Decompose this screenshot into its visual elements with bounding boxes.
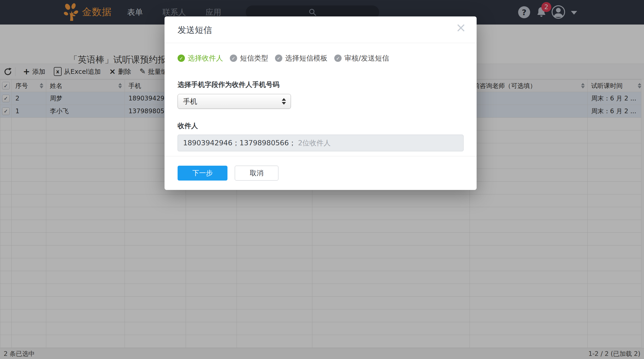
- recipients-value: 18903942946；13798980566；: [183, 138, 296, 148]
- select-value: 手机: [183, 97, 197, 106]
- select-arrows-icon: [282, 98, 286, 105]
- recipients-field[interactable]: 18903942946；13798980566； 2位收件人: [178, 135, 464, 151]
- step-review-send: ✓ 审核/发送短信: [334, 53, 389, 63]
- step-select-template: ✓ 选择短信模板: [275, 53, 327, 63]
- recipients-label: 收件人: [178, 121, 464, 130]
- modal-form: 选择手机字段作为收件人手机号码 手机 收件人 18903942946；13798…: [165, 80, 477, 151]
- check-circle-icon: ✓: [275, 55, 282, 62]
- send-sms-modal: 发送短信 × ✓ 选择收件人 ✓ 短信类型 ✓ 选择短信模板 ✓ 审核/发送短信…: [165, 16, 477, 190]
- modal-footer: 下一步 取消: [165, 156, 477, 190]
- wizard-steps: ✓ 选择收件人 ✓ 短信类型 ✓ 选择短信模板 ✓ 审核/发送短信: [178, 53, 477, 63]
- phone-field-label: 选择手机字段作为收件人手机号码: [178, 80, 464, 89]
- modal-header: 发送短信 ×: [165, 16, 477, 43]
- cancel-button[interactable]: 取消: [235, 166, 278, 181]
- step-sms-type: ✓ 短信类型: [230, 53, 268, 63]
- next-step-button[interactable]: 下一步: [178, 166, 227, 181]
- phone-field-select[interactable]: 手机: [178, 94, 291, 109]
- modal-title: 发送短信: [178, 24, 212, 36]
- check-circle-icon: ✓: [178, 55, 185, 62]
- close-icon[interactable]: ×: [456, 21, 466, 34]
- recipients-hint: 2位收件人: [298, 138, 331, 148]
- check-circle-icon: ✓: [334, 55, 342, 62]
- check-circle-icon: ✓: [230, 55, 237, 62]
- step-select-recipients: ✓ 选择收件人: [178, 53, 223, 63]
